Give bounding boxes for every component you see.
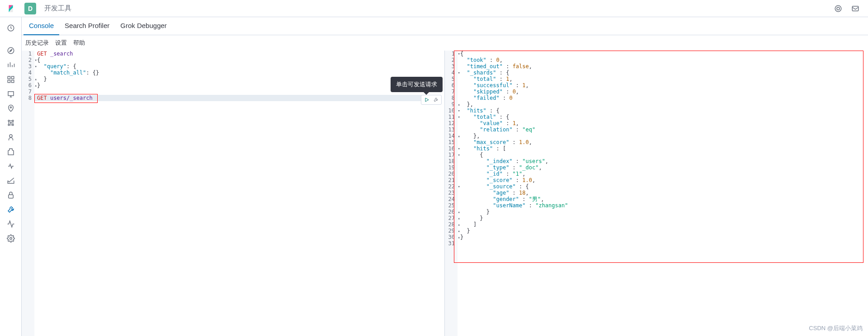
topbar: D 开发工具 [0,0,868,17]
tab-console[interactable]: Console [24,17,59,35]
tab-search-profiler[interactable]: Search Profiler [59,17,115,35]
svg-rect-7 [8,80,10,83]
tabs: Console Search Profiler Grok Debugger [22,17,868,35]
help-icon[interactable] [834,4,843,13]
svg-point-11 [8,120,9,121]
svg-marker-19 [425,98,429,102]
sidebar [0,17,22,336]
annotation-highlight [34,94,98,103]
svg-point-15 [10,122,11,124]
space-badge[interactable]: D [24,3,36,14]
svg-point-10 [10,107,11,108]
nav-devtools-icon[interactable] [6,205,15,214]
svg-rect-9 [8,92,14,96]
help-link[interactable]: 帮助 [73,39,85,47]
nav-ml-icon[interactable] [6,118,15,127]
nav-dashboard-icon[interactable] [6,75,15,84]
kibana-logo[interactable] [0,0,22,17]
nav-canvas-icon[interactable] [6,89,15,98]
tab-grok-debugger[interactable]: Grok Debugger [115,17,172,35]
nav-recent-icon[interactable] [6,23,15,33]
response-viewer[interactable]: 1▾234▾56789▴10▾11▾121314▴1516▾17▾1819202… [445,51,868,336]
newsfeed-icon[interactable] [851,4,860,13]
svg-point-18 [9,238,12,240]
svg-rect-6 [11,76,14,79]
settings-link[interactable]: 设置 [55,39,67,47]
svg-rect-17 [8,195,13,198]
request-editor[interactable]: 12▾3▾45▴6▴78 GET _search{ "query": { "ma… [22,51,445,336]
nav-management-icon[interactable] [6,234,15,243]
nav-discover-icon[interactable] [6,46,15,55]
nav-siem-icon[interactable] [6,191,15,200]
annotation-highlight [454,51,863,263]
console-subbar: 历史记录 设置 帮助 [22,35,868,51]
svg-point-14 [12,124,14,126]
main: Console Search Profiler Grok Debugger 历史… [22,17,868,336]
run-request-buttons [421,95,442,105]
svg-point-4 [8,47,14,54]
nav-logs-icon[interactable] [6,147,15,156]
svg-point-13 [8,124,9,126]
breadcrumb: 开发工具 [44,4,71,13]
request-options-icon[interactable] [432,96,439,103]
nav-apm-icon[interactable] [6,162,15,171]
svg-point-0 [835,5,841,12]
svg-rect-2 [852,6,859,11]
nav-metrics-icon[interactable] [6,133,15,142]
svg-point-16 [9,135,12,137]
nav-uptime-icon[interactable] [6,176,15,185]
nav-visualize-icon[interactable] [6,61,15,70]
svg-point-12 [12,120,14,121]
nav-monitoring-icon[interactable] [6,219,15,229]
watermark: CSDN @后端小菜鸡 [809,324,863,332]
svg-point-1 [837,7,840,10]
history-link[interactable]: 历史记录 [25,39,49,47]
svg-rect-8 [11,80,14,83]
send-request-icon[interactable] [423,96,430,103]
send-request-tooltip: 单击可发送请求 [391,77,443,92]
nav-maps-icon[interactable] [6,104,15,113]
svg-rect-5 [8,76,10,79]
